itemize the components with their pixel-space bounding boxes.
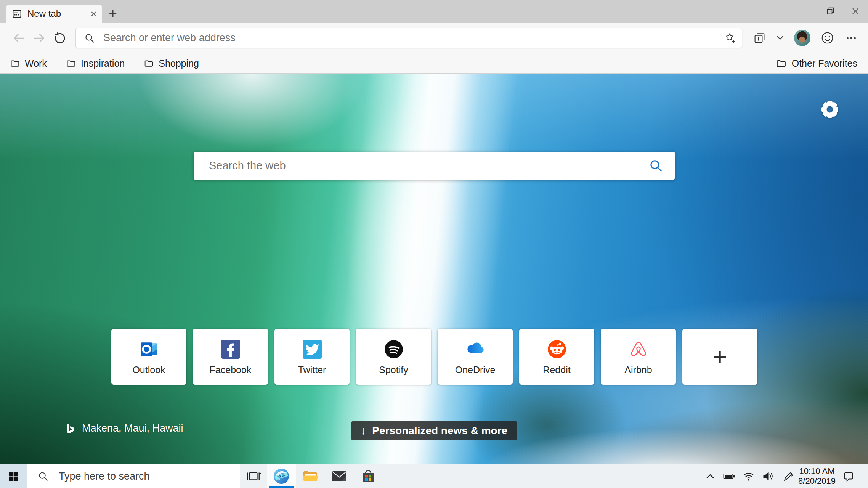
tab-close-icon[interactable] bbox=[88, 8, 99, 19]
bing-logo-icon bbox=[66, 423, 75, 434]
add-favorite-star-icon[interactable] bbox=[725, 32, 736, 44]
new-tab-button[interactable]: + bbox=[105, 6, 120, 21]
taskbar-clock[interactable]: 10:10 AM 8/20/2019 bbox=[797, 464, 837, 488]
forward-button[interactable] bbox=[29, 28, 50, 48]
taskbar-app-mail[interactable] bbox=[325, 464, 354, 488]
windows-taskbar: BETA bbox=[0, 464, 868, 488]
windows-logo-icon bbox=[8, 471, 19, 482]
favorites-folder-inspiration[interactable]: Inspiration bbox=[66, 58, 125, 69]
taskbar-app-edge-beta[interactable]: BETA bbox=[267, 464, 296, 488]
favorites-folder-shopping[interactable]: Shopping bbox=[144, 58, 199, 69]
other-favorites[interactable]: Other Favorites bbox=[776, 58, 857, 69]
quick-link-airbnb[interactable]: Airbnb bbox=[601, 329, 676, 385]
clock-date: 8/20/2019 bbox=[798, 476, 836, 486]
reddit-icon bbox=[547, 339, 567, 360]
quick-link-reddit[interactable]: Reddit bbox=[519, 329, 594, 385]
screen: New tab + bbox=[0, 0, 868, 488]
favorites-bar: Work Inspiration Shopping Other Favorite… bbox=[0, 53, 868, 74]
twitter-icon bbox=[302, 339, 322, 360]
outlook-icon bbox=[139, 339, 159, 360]
browser-tab[interactable]: New tab bbox=[6, 5, 102, 23]
battery-icon bbox=[723, 470, 735, 482]
favorites-folder-label: Work bbox=[25, 58, 47, 69]
tray-show-hidden-icons-button[interactable] bbox=[701, 464, 719, 488]
action-center-button[interactable] bbox=[837, 464, 860, 488]
quick-link-outlook[interactable]: Outlook bbox=[111, 329, 186, 385]
back-button[interactable] bbox=[8, 28, 29, 48]
collections-icon bbox=[753, 31, 766, 45]
task-view-icon bbox=[246, 470, 261, 483]
tray-pen-button[interactable] bbox=[778, 464, 797, 488]
chevron-up-icon bbox=[706, 473, 715, 479]
tray-volume-button[interactable] bbox=[758, 464, 778, 488]
navigation-toolbar bbox=[0, 23, 868, 53]
window-close-button[interactable] bbox=[843, 0, 868, 22]
folder-icon bbox=[66, 58, 76, 69]
microsoft-store-icon bbox=[360, 468, 376, 484]
personalized-news-button[interactable]: ↓ Personalized news & more bbox=[351, 421, 517, 440]
quick-link-label: Reddit bbox=[543, 364, 570, 376]
web-search-input[interactable] bbox=[208, 159, 649, 172]
personalized-news-label: Personalized news & more bbox=[372, 425, 507, 437]
taskbar-search-input[interactable] bbox=[58, 470, 204, 483]
gear-icon bbox=[821, 101, 839, 118]
down-arrow-icon: ↓ bbox=[361, 425, 366, 436]
folder-icon bbox=[776, 58, 787, 69]
taskbar-search-icon bbox=[38, 471, 49, 482]
new-tab-page-icon bbox=[12, 9, 22, 19]
quick-link-label: Spotify bbox=[379, 364, 408, 376]
toolbar-right-cluster bbox=[753, 30, 858, 46]
taskbar-app-file-explorer[interactable] bbox=[296, 464, 325, 488]
quick-links-row: Outlook Facebook Twitter Spotify bbox=[111, 329, 757, 385]
quick-link-label: OneDrive bbox=[455, 364, 496, 376]
quick-link-label: Outlook bbox=[132, 364, 165, 376]
window-restore-button[interactable] bbox=[818, 0, 843, 22]
profile-avatar[interactable] bbox=[794, 30, 810, 46]
refresh-button[interactable] bbox=[50, 28, 70, 48]
taskbar-search-box[interactable] bbox=[27, 464, 240, 488]
pen-icon bbox=[782, 470, 793, 482]
address-bar[interactable] bbox=[75, 28, 742, 48]
quick-link-onedrive[interactable]: OneDrive bbox=[438, 329, 513, 385]
address-search-icon bbox=[84, 33, 95, 43]
tray-battery-button[interactable] bbox=[719, 464, 739, 488]
quick-link-label: Twitter bbox=[298, 364, 326, 376]
window-minimize-button[interactable] bbox=[793, 0, 818, 22]
file-explorer-icon bbox=[302, 468, 319, 485]
folder-icon bbox=[144, 58, 154, 69]
mail-icon bbox=[331, 468, 347, 484]
favorites-folder-label: Inspiration bbox=[81, 58, 125, 69]
add-shortcut-tile[interactable]: + bbox=[682, 329, 757, 385]
quick-link-spotify[interactable]: Spotify bbox=[356, 329, 431, 385]
collections-button[interactable] bbox=[753, 31, 766, 45]
collections-chevron-icon[interactable] bbox=[777, 35, 784, 40]
new-tab-page: Outlook Facebook Twitter Spotify bbox=[0, 74, 868, 464]
edge-beta-icon: BETA bbox=[273, 467, 290, 485]
spotify-icon bbox=[383, 339, 404, 360]
facebook-icon bbox=[220, 339, 241, 360]
web-search-box[interactable] bbox=[194, 152, 675, 180]
page-settings-button[interactable] bbox=[821, 101, 839, 118]
tab-bar: New tab + bbox=[0, 0, 868, 23]
wallpaper-credit[interactable]: Makena, Maui, Hawaii bbox=[66, 422, 183, 434]
ellipsis-icon bbox=[844, 31, 858, 45]
wallpaper-credit-label: Makena, Maui, Hawaii bbox=[82, 422, 183, 434]
tray-wifi-button[interactable] bbox=[739, 464, 758, 488]
address-input[interactable] bbox=[103, 32, 725, 44]
quick-link-facebook[interactable]: Facebook bbox=[193, 329, 268, 385]
quick-link-label: Airbnb bbox=[624, 364, 652, 376]
start-button[interactable] bbox=[0, 464, 27, 488]
web-search-icon[interactable] bbox=[649, 159, 663, 173]
quick-link-twitter[interactable]: Twitter bbox=[274, 329, 350, 385]
favorites-folder-work[interactable]: Work bbox=[10, 58, 47, 69]
refresh-icon bbox=[54, 32, 66, 44]
taskbar-app-microsoft-store[interactable] bbox=[354, 464, 383, 488]
system-tray: 10:10 AM 8/20/2019 bbox=[701, 464, 868, 488]
window-controls bbox=[793, 0, 868, 22]
feedback-smiley-button[interactable] bbox=[821, 31, 834, 45]
clock-time: 10:10 AM bbox=[799, 466, 835, 476]
folder-icon bbox=[10, 58, 20, 69]
settings-menu-button[interactable] bbox=[844, 31, 858, 45]
task-view-button[interactable] bbox=[240, 464, 267, 488]
action-center-icon bbox=[843, 470, 854, 482]
